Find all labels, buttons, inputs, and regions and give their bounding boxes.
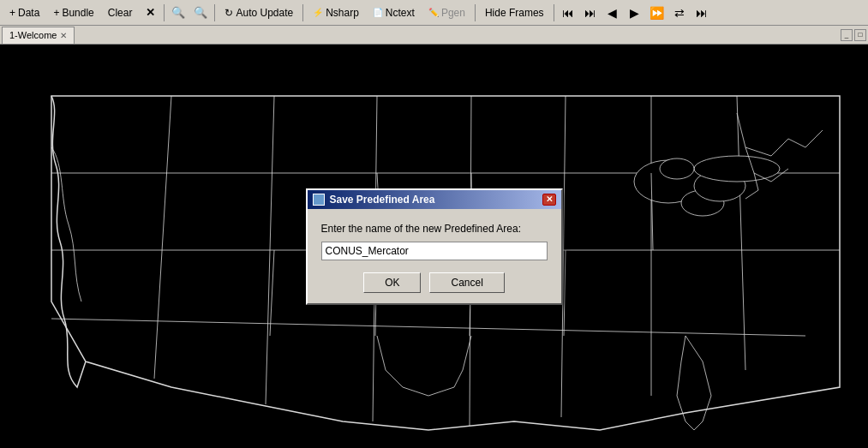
- zoom-in-icon: 🔍: [171, 6, 185, 19]
- nsharp-button[interactable]: ⚡ Nsharp: [307, 3, 365, 23]
- plus-icon-bundle: +: [53, 7, 59, 19]
- last-frame-icon: ⏭: [696, 6, 708, 20]
- toolbar: + Data + Bundle Clear ✕ 🔍 🔍 ↻ Auto Updat…: [0, 0, 868, 26]
- nctext-button[interactable]: 📄 Nctext: [367, 3, 421, 23]
- data-button[interactable]: + Data: [3, 3, 45, 23]
- modal-overlay: Save Predefined Area ✕ Enter the name of…: [0, 45, 868, 448]
- separator-5: [554, 4, 554, 21]
- dialog-window-icon: [313, 194, 325, 206]
- zoom-out-icon: 🔍: [194, 6, 207, 19]
- dialog-titlebar-left: Save Predefined Area: [313, 194, 435, 206]
- hide-frames-button[interactable]: Hide Frames: [479, 3, 550, 23]
- x-button[interactable]: ✕: [140, 3, 160, 23]
- tab-1-label: 1-Welcome: [9, 30, 57, 40]
- window-controls: _ □: [841, 29, 866, 41]
- data-label: Data: [18, 7, 39, 19]
- dialog-close-button[interactable]: ✕: [542, 194, 556, 206]
- zoom-in-button[interactable]: 🔍: [168, 3, 189, 23]
- plus-icon: +: [9, 7, 15, 19]
- next-icon: ▶: [630, 6, 639, 20]
- prev-button[interactable]: ◀: [602, 3, 623, 23]
- prev-icon: ◀: [608, 6, 617, 20]
- zoom-out-button[interactable]: 🔍: [190, 3, 211, 23]
- tabbar: 1-Welcome ✕ _ □: [0, 26, 868, 45]
- next-fast-button[interactable]: ⏩: [647, 3, 667, 23]
- separator-2: [214, 4, 215, 21]
- nctext-label: Nctext: [386, 7, 415, 19]
- swap-button[interactable]: ⇄: [669, 3, 690, 23]
- pgen-button[interactable]: ✏️ Pgen: [422, 3, 471, 23]
- maximize-icon: □: [859, 31, 863, 39]
- next-button[interactable]: ▶: [625, 3, 645, 23]
- bundle-button[interactable]: + Bundle: [47, 3, 99, 23]
- minimize-icon: _: [845, 31, 848, 39]
- swap-icon: ⇄: [674, 6, 685, 20]
- dialog-title: Save Predefined Area: [330, 194, 435, 206]
- nctext-icon: 📄: [373, 8, 383, 17]
- dialog-label: Enter the name of the new Predefined Are…: [321, 223, 548, 235]
- clear-label: Clear: [108, 7, 133, 19]
- clear-button[interactable]: Clear: [102, 3, 139, 23]
- save-predefined-area-dialog: Save Predefined Area ✕ Enter the name of…: [306, 188, 563, 305]
- nsharp-icon: ⚡: [313, 8, 323, 17]
- hide-frames-label: Hide Frames: [485, 7, 544, 19]
- cancel-button[interactable]: Cancel: [429, 272, 504, 293]
- tab-1-welcome[interactable]: 1-Welcome ✕: [2, 27, 75, 44]
- pgen-label: Pgen: [441, 7, 465, 19]
- first-frame-button[interactable]: ⏮: [558, 3, 578, 23]
- nsharp-label: Nsharp: [326, 7, 359, 19]
- ok-button[interactable]: OK: [363, 272, 421, 293]
- pgen-icon: ✏️: [428, 8, 439, 17]
- bundle-label: Bundle: [62, 7, 93, 19]
- auto-update-label: Auto Update: [236, 7, 293, 19]
- predefined-area-name-input[interactable]: [321, 242, 548, 260]
- separator-4: [475, 4, 476, 21]
- maximize-button[interactable]: □: [854, 29, 866, 41]
- tab-close-icon[interactable]: ✕: [60, 31, 67, 40]
- minimize-button[interactable]: _: [841, 29, 853, 41]
- dialog-titlebar: Save Predefined Area ✕: [308, 190, 561, 209]
- auto-update-button[interactable]: ↻ Auto Update: [218, 3, 299, 23]
- refresh-icon: ↻: [224, 7, 233, 19]
- separator-3: [302, 4, 303, 21]
- first-frame-icon: ⏮: [562, 6, 574, 20]
- next-fast-icon: ⏩: [650, 6, 664, 20]
- separator-1: [164, 4, 165, 21]
- dialog-buttons: OK Cancel: [321, 272, 548, 293]
- x-icon: ✕: [146, 6, 155, 19]
- dialog-body: Enter the name of the new Predefined Are…: [308, 209, 561, 303]
- prev-fast-button[interactable]: ⏭: [580, 3, 601, 23]
- map-area: Save Predefined Area ✕ Enter the name of…: [0, 45, 868, 448]
- last-frame-button[interactable]: ⏭: [691, 3, 712, 23]
- prev-fast-icon: ⏭: [584, 6, 596, 20]
